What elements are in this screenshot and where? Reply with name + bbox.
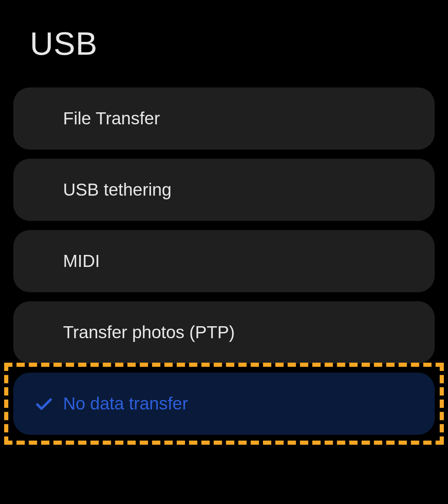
option-label: MIDI bbox=[63, 251, 100, 271]
option-label: USB tethering bbox=[63, 180, 171, 200]
page-title: USB bbox=[0, 0, 448, 87]
option-icon-slot bbox=[25, 394, 63, 414]
usb-settings-screen: USB File Transfer USB tethering MIDI Tra… bbox=[0, 0, 448, 435]
check-icon bbox=[34, 394, 54, 414]
option-no-data-transfer[interactable]: No data transfer bbox=[13, 373, 435, 435]
option-midi[interactable]: MIDI bbox=[13, 230, 435, 292]
option-transfer-photos-ptp[interactable]: Transfer photos (PTP) bbox=[13, 301, 435, 363]
option-file-transfer[interactable]: File Transfer bbox=[13, 87, 435, 150]
option-usb-tethering[interactable]: USB tethering bbox=[13, 159, 435, 221]
usb-options-list: File Transfer USB tethering MIDI Transfe… bbox=[0, 87, 448, 363]
option-label: No data transfer bbox=[63, 394, 188, 414]
option-label: File Transfer bbox=[63, 109, 160, 128]
option-label: Transfer photos (PTP) bbox=[63, 322, 235, 342]
